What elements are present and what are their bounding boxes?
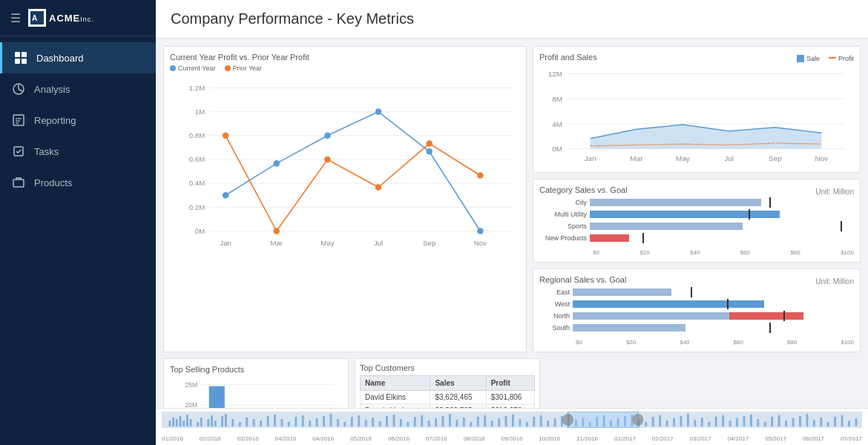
regional-sales-title: Regional Sales vs. Goal [539,275,626,284]
svg-rect-135 [512,415,514,426]
sidebar-item-reporting[interactable]: Reporting [0,105,156,136]
svg-rect-166 [729,421,731,426]
svg-rect-182 [841,415,844,426]
svg-point-187 [632,414,643,426]
cell-name: David Elkins [361,391,430,404]
regional-sales-unit: Unit: Million [815,277,854,286]
svg-rect-2 [15,52,20,57]
sidebar-item-analysis-label: Analysis [34,84,70,95]
svg-rect-92 [214,421,217,426]
svg-rect-121 [414,417,416,426]
svg-rect-91 [211,415,213,426]
svg-text:Jul: Jul [374,239,383,247]
page-header: Company Performance - Key Metrics [156,0,868,39]
svg-rect-72 [209,386,225,408]
svg-rect-101 [274,415,276,426]
svg-text:Sep: Sep [423,239,435,247]
content-area: Current Year Profit vs. Prior Year Profi… [156,39,868,408]
svg-text:Nov: Nov [474,239,487,247]
sidebar: ☰ A ACMEInc. Dashboard Analysis [0,0,156,445]
sidebar-item-tasks[interactable]: Tasks [0,136,156,167]
top-products-title: Top Selling Products [170,365,342,374]
profit-vs-prior-svg: 0M 0.2M 0.4M 0.6M 0.8M 1M 1.2M Jan Mar M… [170,72,520,255]
svg-rect-98 [253,419,255,426]
svg-rect-109 [330,414,332,426]
svg-point-40 [273,228,280,234]
svg-rect-131 [484,415,486,426]
profit-sales-header: Profit and Sales Sale Profit [539,53,854,65]
svg-rect-140 [547,421,549,426]
svg-rect-129 [470,422,472,426]
timeline-svg [162,412,862,428]
svg-point-39 [223,133,229,139]
svg-text:Mar: Mar [630,154,643,162]
svg-rect-136 [519,419,521,426]
svg-text:0M: 0M [552,145,562,153]
sidebar-item-analysis[interactable]: Analysis [0,73,156,105]
svg-rect-172 [771,417,773,426]
category-bar-sports: Sports [539,222,854,230]
svg-rect-113 [358,415,360,426]
city-label: City [539,199,590,206]
south-label: South [539,324,573,332]
category-bar-city: City [539,199,854,206]
category-sales-header: Category Sales vs. Goal Unit: Million [539,185,854,197]
reporting-icon [12,113,25,127]
logo-text: ACMEInc. [49,13,94,24]
sports-label: Sports [539,222,590,230]
page-title: Company Performance - Key Metrics [171,10,853,27]
svg-rect-169 [750,415,752,426]
svg-rect-81 [168,421,171,426]
sidebar-nav: Dashboard Analysis Reporting Tasks Produ… [0,36,156,445]
svg-rect-185 [568,412,638,428]
svg-rect-123 [428,421,430,426]
svg-rect-87 [190,419,192,426]
profit-sales-title: Profit and Sales [539,53,597,62]
svg-rect-111 [343,422,346,426]
category-bar-multiutility: Multi Utility [539,211,854,218]
svg-point-42 [375,184,382,191]
charts-row-top: Current Year Profit vs. Prior Year Profi… [163,46,861,352]
svg-rect-118 [393,415,395,426]
profit-sales-svg: 12M 8M 4M 0M Jan Mar May Jul Sep Nov [539,65,854,166]
legend-prior-dot [225,65,231,71]
svg-rect-174 [785,421,787,426]
col-name: Name [361,376,430,391]
svg-rect-100 [267,416,269,426]
svg-rect-132 [491,421,493,426]
hamburger-icon[interactable]: ☰ [10,11,21,25]
category-bar-newproducts: New Products [539,234,854,242]
regional-bar-south: South [539,324,854,332]
svg-text:May: May [320,239,334,247]
svg-rect-171 [764,422,766,426]
bottom-spacer [546,358,861,408]
svg-text:0.6M: 0.6M [189,155,205,163]
svg-text:20M: 20M [185,401,197,408]
svg-text:1M: 1M [195,108,205,116]
east-label: East [539,289,573,296]
dashboard-icon [14,51,27,65]
svg-text:0.2M: 0.2M [189,203,205,211]
svg-rect-160 [687,414,689,426]
svg-rect-103 [288,422,290,426]
top-customers-title: Top Customers [360,363,535,372]
svg-rect-122 [421,415,423,426]
tasks-icon [12,145,25,158]
svg-text:Jul: Jul [724,154,734,162]
profit-sales-legend: Sale Profit [797,55,854,62]
cell-profit: $301,806 [486,391,534,404]
svg-rect-3 [22,52,27,57]
sidebar-item-tasks-label: Tasks [34,146,59,157]
svg-rect-167 [736,418,738,426]
regional-sales-header: Regional Sales vs. Goal Unit: Million [539,275,854,287]
legend-profit: Profit [829,55,854,62]
svg-text:25M: 25M [185,381,197,389]
sidebar-item-dashboard[interactable]: Dashboard [0,42,156,73]
svg-rect-128 [463,418,465,426]
svg-rect-158 [673,418,675,426]
svg-rect-94 [225,414,227,426]
sidebar-item-products[interactable]: Products [0,167,156,198]
svg-rect-181 [834,417,836,426]
svg-text:Jan: Jan [585,154,596,162]
svg-text:12M: 12M [548,70,562,78]
